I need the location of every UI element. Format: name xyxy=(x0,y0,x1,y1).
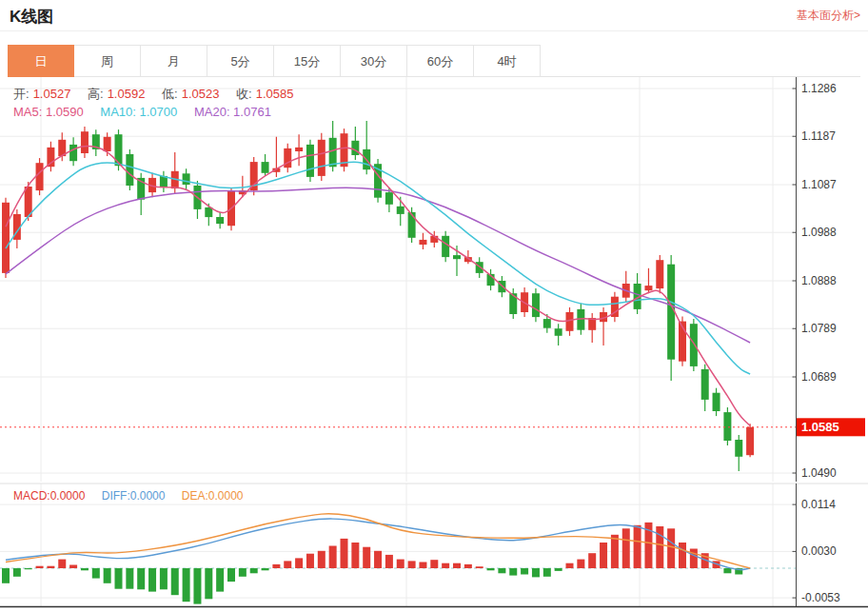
macd-histogram-bar xyxy=(137,568,145,589)
macd-histogram-bar xyxy=(622,528,630,568)
candle-down xyxy=(667,265,675,360)
macd-histogram-bar xyxy=(555,568,562,571)
tab-日[interactable]: 日 xyxy=(8,45,74,77)
y-axis-tick-label: 1.1286 xyxy=(801,82,837,95)
candle-down xyxy=(577,309,584,330)
macd-histogram-bar xyxy=(566,563,574,568)
macd-histogram-bar xyxy=(193,568,201,604)
candle-down xyxy=(408,212,416,238)
macd-histogram-bar xyxy=(476,566,483,568)
macd-histogram-bar xyxy=(160,568,168,589)
macd-histogram-bar xyxy=(227,568,235,582)
candle-down xyxy=(397,207,404,214)
macd-histogram-bar xyxy=(442,563,449,568)
macd-histogram-bar xyxy=(36,566,44,568)
tab-30分[interactable]: 30分 xyxy=(341,45,407,77)
candle-up xyxy=(104,137,111,151)
macd-histogram-bar xyxy=(509,568,517,576)
page-header: K线图 基本面分析> xyxy=(0,0,868,31)
candle-down xyxy=(306,145,314,177)
macd-histogram-bar xyxy=(25,568,32,569)
macd-histogram-bar xyxy=(351,543,359,568)
macd-histogram-bar xyxy=(656,526,663,568)
y-axis-tick-label: 1.0689 xyxy=(801,370,837,384)
candle-up xyxy=(656,260,663,288)
macd-histogram-bar xyxy=(13,568,21,577)
macd-histogram-bar xyxy=(81,568,89,570)
candle-down xyxy=(509,293,517,314)
macd-histogram-bar xyxy=(69,565,77,569)
macd-tick-label: 0.0114 xyxy=(801,498,836,511)
tab-60分[interactable]: 60分 xyxy=(407,45,474,77)
candle-up xyxy=(419,240,426,245)
macd-histogram-bar xyxy=(723,568,731,573)
page-title: K线图 xyxy=(10,6,53,28)
macd-histogram-bar xyxy=(295,558,303,568)
macd-histogram-bar xyxy=(543,568,551,577)
y-axis-tick-label: 1.0789 xyxy=(801,322,837,335)
candle-down xyxy=(701,369,709,400)
current-price-badge-label: 1.0585 xyxy=(801,420,839,434)
macd-histogram-bar xyxy=(363,547,370,568)
macd-histogram-bar xyxy=(272,564,280,568)
y-axis-tick-label: 1.0988 xyxy=(801,226,837,239)
candle-down xyxy=(690,324,698,366)
candle-up xyxy=(2,203,10,273)
tab-4时[interactable]: 4时 xyxy=(474,45,541,77)
candle-down xyxy=(543,319,551,328)
tab-5分[interactable]: 5分 xyxy=(207,45,274,77)
candle-up xyxy=(36,163,44,190)
tab-15分[interactable]: 15分 xyxy=(274,45,341,77)
macd-histogram-bar xyxy=(532,568,540,577)
tab-周[interactable]: 周 xyxy=(74,45,141,77)
candle-down xyxy=(735,440,742,457)
macd-histogram-bar xyxy=(171,568,179,595)
candle-down xyxy=(351,141,359,155)
macd-histogram-bar xyxy=(464,564,472,568)
macd-histogram-bar xyxy=(690,549,698,569)
macd-histogram-bar xyxy=(47,566,54,568)
y-axis-tick-label: 1.1187 xyxy=(801,129,836,143)
macd-histogram-bar xyxy=(679,543,686,568)
candle-up xyxy=(295,148,303,151)
macd-tick-label: -0.0053 xyxy=(801,591,840,604)
macd-histogram-bar xyxy=(577,560,584,568)
macd-tick-label: 0.0030 xyxy=(801,544,837,558)
candle-down xyxy=(723,412,731,441)
macd-histogram-bar xyxy=(487,568,495,570)
candle-down xyxy=(115,134,123,166)
candle-down xyxy=(183,173,190,185)
macd-histogram-bar xyxy=(430,560,438,568)
macd-histogram-bar xyxy=(306,554,314,568)
candle-up xyxy=(81,131,89,153)
macd-histogram-bar xyxy=(453,563,461,568)
macd-histogram-bar xyxy=(634,525,641,568)
tab-月[interactable]: 月 xyxy=(141,45,207,77)
macd-histogram-bar xyxy=(284,561,291,568)
macd-histogram-bar xyxy=(611,535,619,568)
macd-histogram-bar xyxy=(104,568,111,583)
candle-down xyxy=(329,138,337,168)
interval-tab-bar: 日周月5分15分30分60分4时 xyxy=(8,45,860,77)
fundamental-analysis-link[interactable]: 基本面分析> xyxy=(797,8,860,24)
candle-down xyxy=(262,162,269,173)
candle-up xyxy=(746,427,754,455)
macd-histogram-bar xyxy=(588,553,596,568)
macd-histogram-bar xyxy=(2,568,10,583)
candle-up xyxy=(644,286,652,290)
candle-down xyxy=(385,192,393,205)
macd-histogram-bar xyxy=(521,568,528,575)
candle-down xyxy=(216,217,224,224)
y-axis-tick-label: 1.0490 xyxy=(801,466,837,480)
macd-histogram-bar xyxy=(329,546,337,569)
macd-histogram-bar xyxy=(115,568,123,589)
candle-down xyxy=(713,393,720,411)
candlestick-chart[interactable]: 1.12861.11871.10871.09881.08881.07891.06… xyxy=(0,77,868,612)
candle-down xyxy=(532,293,540,317)
candle-down xyxy=(69,145,77,161)
macd-histogram-bar xyxy=(397,560,404,568)
ma20-line xyxy=(6,188,750,343)
macd-histogram-bar xyxy=(374,551,382,568)
macd-histogram-bar xyxy=(250,568,258,573)
kline-page: K线图 基本面分析> 日周月5分15分30分60分4时 开:1.0527 高:1… xyxy=(0,0,868,612)
